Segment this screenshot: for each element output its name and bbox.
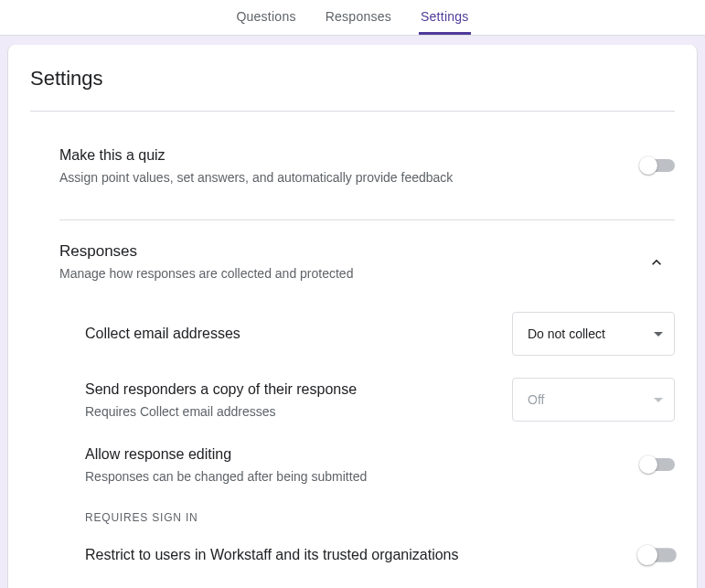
collect-emails-value: Do not collect	[528, 326, 605, 341]
caret-down-icon	[654, 398, 663, 402]
send-copy-value: Off	[528, 392, 544, 407]
send-copy-subtitle: Requires Collect email addresses	[85, 402, 490, 421]
quiz-subtitle: Assign point values, set answers, and au…	[59, 168, 619, 187]
quiz-toggle[interactable]	[641, 159, 675, 172]
restrict-toggle[interactable]	[639, 548, 677, 561]
form-tabs: Questions Responses Settings	[0, 0, 705, 35]
send-copy-title: Send responders a copy of their response	[85, 379, 490, 401]
settings-card: Settings Make this a quiz Assign point v…	[7, 45, 698, 588]
quiz-title: Make this a quiz	[59, 144, 619, 166]
collect-emails-select[interactable]: Do not collect	[512, 312, 675, 356]
requires-signin-label: REQUIRES SIGN IN	[85, 511, 675, 524]
allow-editing-subtitle: Responses can be changed after being sub…	[85, 467, 619, 486]
collapse-responses-button[interactable]	[638, 246, 675, 283]
collect-emails-title: Collect email addresses	[85, 323, 490, 345]
allow-editing-title: Allow response editing	[85, 444, 619, 465]
tab-questions[interactable]: Questions	[234, 0, 297, 35]
tab-responses[interactable]: Responses	[324, 0, 393, 35]
page-title: Settings	[30, 67, 675, 91]
send-copy-select: Off	[512, 378, 675, 422]
caret-down-icon	[654, 332, 663, 337]
responses-group-title: Responses	[59, 242, 353, 261]
allow-editing-toggle[interactable]	[641, 458, 675, 471]
chevron-up-icon	[647, 253, 666, 275]
restrict-title: Restrict to users in Workstaff and its t…	[85, 544, 619, 566]
responses-group-subtitle: Manage how responses are collected and p…	[59, 266, 353, 281]
tab-settings[interactable]: Settings	[419, 0, 471, 35]
